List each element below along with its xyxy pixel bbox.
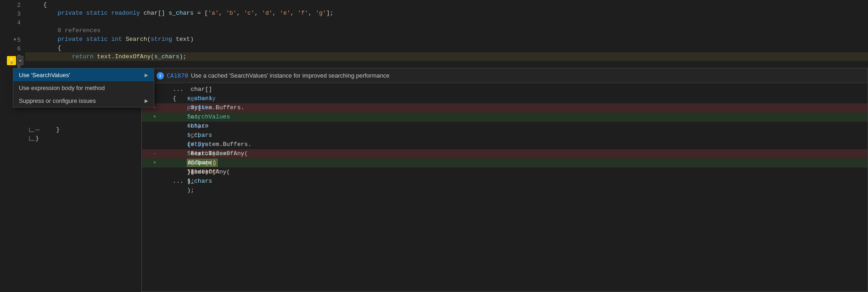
info-icon: i xyxy=(157,72,164,79)
code-line-4 xyxy=(25,17,868,26)
menu-item-use-search-values[interactable]: Use 'SearchValues' ▶ xyxy=(13,68,154,81)
asspan-highlight: AsSpan() xyxy=(187,159,217,167)
submenu-arrow-icon: ▶ xyxy=(145,73,148,78)
lightbulb-dropdown-arrow[interactable]: ▾ xyxy=(17,56,23,65)
diff-line-close-brace: } xyxy=(142,168,868,177)
diagnostic-text: Use a cached 'SearchValues' instance for… xyxy=(191,72,390,79)
menu-item-label: Suppress or configure issues xyxy=(19,97,96,104)
preview-header: ⌄ i CA1870 Use a cached 'SearchValues' i… xyxy=(142,68,868,83)
menu-item-label: Use 'SearchValues' xyxy=(19,72,70,79)
menu-item-use-expression-body[interactable]: Use expression body for method xyxy=(13,81,154,94)
lightbulb-gutter: 💡 ▾ xyxy=(7,56,23,65)
diff-area: ... { - private static readonly char[] s… xyxy=(142,83,868,292)
diff-line-added-2: + return text. AsSpan() .IndexOfAny( s_c… xyxy=(142,158,868,168)
preview-panel: ⌄ i CA1870 Use a cached 'SearchValues' i… xyxy=(141,68,868,292)
code-line-ref: 0 references xyxy=(25,26,868,35)
lightbulb-button[interactable]: 💡 xyxy=(7,56,16,65)
code-line-2: { xyxy=(25,0,868,9)
code-line-8 xyxy=(25,61,868,66)
code-line-5: private static int Search ( string text) xyxy=(25,35,868,44)
menu-item-suppress-configure[interactable]: Suppress or configure issues ▶ xyxy=(13,94,154,107)
diagnostic-code: CA1870 xyxy=(167,72,188,79)
submenu-arrow-icon-2: ▶ xyxy=(145,98,148,103)
code-line-7: return text. IndexOfAny ( s_chars ); xyxy=(25,52,868,61)
code-line-3: private static readonly char[] s_chars =… xyxy=(25,9,868,17)
menu-item-label: Use expression body for method xyxy=(19,84,105,91)
context-menu: Use 'SearchValues' ▶ Use expression body… xyxy=(13,68,154,107)
code-line-6: { xyxy=(25,44,868,52)
diff-line-ellipsis2: ... xyxy=(142,177,868,186)
